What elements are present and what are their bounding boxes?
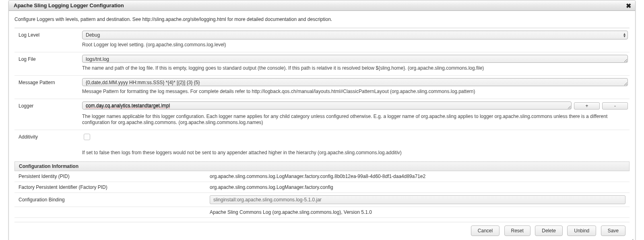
help-logger: The logger names applicable for this log… bbox=[82, 114, 628, 126]
dialog-description: Configure Loggers with levels, pattern a… bbox=[14, 17, 630, 22]
label-log-level: Log Level bbox=[14, 28, 80, 52]
row-binding: Configuration Binding slinginstall:org.a… bbox=[14, 193, 630, 207]
close-icon[interactable]: ✖ bbox=[626, 2, 631, 10]
logger-remove-button[interactable]: - bbox=[602, 102, 628, 110]
label-factory-pid: Factory Persistent Identifier (Factory P… bbox=[14, 182, 206, 193]
row-logger: Logger com.day.cq.analytics.testandtarge… bbox=[14, 99, 630, 130]
row-factory-pid: Factory Persistent Identifier (Factory P… bbox=[14, 182, 630, 193]
config-info-header: Configuration Information bbox=[14, 161, 630, 171]
label-additivity: Additivity bbox=[14, 130, 80, 160]
value-bundle-info: Apache Sling Commons Log (org.apache.sli… bbox=[206, 207, 630, 218]
dialog-title: Apache Sling Logging Logger Configuratio… bbox=[14, 2, 124, 8]
value-factory-pid: org.apache.sling.commons.log.LogManager.… bbox=[206, 182, 630, 193]
row-bundle-info: Apache Sling Commons Log (org.apache.sli… bbox=[14, 207, 630, 218]
cancel-button[interactable]: Cancel bbox=[471, 226, 500, 236]
label-binding: Configuration Binding bbox=[14, 193, 206, 207]
button-bar: Cancel Reset Delete Unbind Save bbox=[14, 222, 630, 240]
help-additivity: If set to false then logs from these log… bbox=[82, 150, 628, 156]
row-additivity: Additivity If set to false then logs fro… bbox=[14, 130, 630, 160]
unbind-button[interactable]: Unbind bbox=[567, 226, 596, 236]
logger-input[interactable] bbox=[82, 101, 572, 110]
config-dialog: Apache Sling Logging Logger Configuratio… bbox=[8, 0, 636, 240]
log-level-select[interactable]: Debug bbox=[82, 31, 628, 39]
row-pid: Persistent Identity (PID) org.apache.sli… bbox=[14, 171, 630, 182]
value-pid: org.apache.sling.commons.log.LogManager.… bbox=[206, 171, 630, 182]
help-log-level: Root Logger log level setting. (org.apac… bbox=[82, 42, 628, 48]
row-log-level: Log Level Debug ▴▾ Root Logger log level… bbox=[14, 28, 630, 52]
message-pattern-input[interactable] bbox=[82, 78, 628, 86]
reset-button[interactable]: Reset bbox=[504, 226, 530, 236]
label-message-pattern: Message Pattern bbox=[14, 76, 80, 99]
dialog-header: Apache Sling Logging Logger Configuratio… bbox=[9, 0, 635, 11]
config-info-table: Persistent Identity (PID) org.apache.sli… bbox=[14, 171, 630, 218]
additivity-checkbox[interactable] bbox=[84, 134, 90, 140]
row-log-file: Log File The name and path of the log fi… bbox=[14, 52, 630, 76]
label-logger: Logger bbox=[14, 99, 80, 130]
label-log-file: Log File bbox=[14, 52, 80, 76]
properties-table: Log Level Debug ▴▾ Root Logger log level… bbox=[14, 28, 630, 160]
delete-button[interactable]: Delete bbox=[535, 226, 563, 236]
log-file-input[interactable] bbox=[82, 55, 628, 63]
help-log-file: The name and path of the log file. If th… bbox=[82, 65, 628, 71]
dialog-body: Configure Loggers with levels, pattern a… bbox=[9, 11, 635, 240]
help-message-pattern: Message Pattern for formatting the log m… bbox=[82, 89, 628, 95]
label-pid: Persistent Identity (PID) bbox=[14, 171, 206, 182]
save-button[interactable]: Save bbox=[601, 226, 625, 236]
value-binding: slinginstall:org.apache.sling.commons.lo… bbox=[210, 195, 625, 204]
label-bundle-info-empty bbox=[14, 207, 206, 218]
logger-add-button[interactable]: + bbox=[574, 102, 600, 110]
row-message-pattern: Message Pattern Message Pattern for form… bbox=[14, 76, 630, 99]
